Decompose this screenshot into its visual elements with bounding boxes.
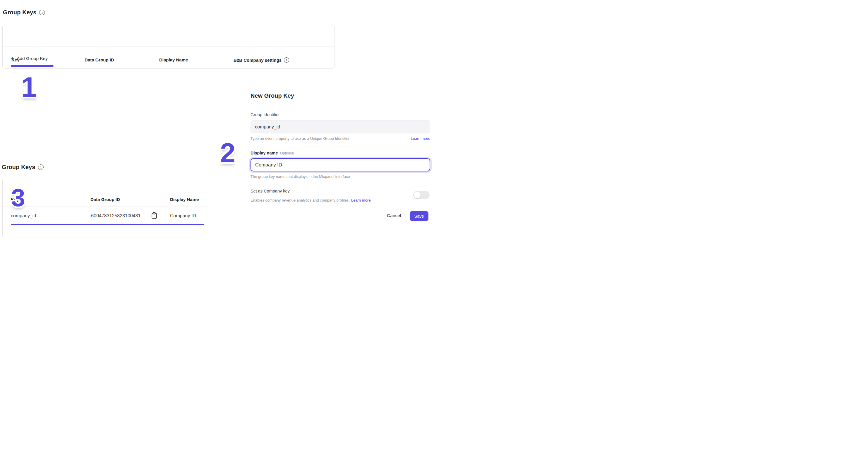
step-annotation-2: 2 2 [220, 139, 235, 167]
group-keys-heading-top: Group Keys i [3, 9, 45, 16]
info-icon[interactable]: i [284, 57, 289, 63]
display-name-label-text: Display name [250, 151, 278, 155]
row-divider [3, 228, 209, 228]
info-icon[interactable]: i [38, 164, 43, 170]
step-annotation-3: 3 3 [11, 185, 25, 210]
column-header-display-name: Display Name [170, 197, 199, 202]
info-icon[interactable]: i [39, 10, 45, 15]
group-keys-heading-label: Group Keys [2, 164, 35, 170]
group-keys-settings-page: Group Keys i Key Data Group ID Display N… [0, 0, 434, 236]
table-header-divider [3, 46, 334, 46]
company-key-helper-text: Enables company revenue analytics and co… [250, 198, 350, 202]
column-header-data-group-id: Data Group ID [85, 57, 114, 62]
display-name-label: Display nameOptional [250, 151, 294, 155]
toggle-knob [414, 192, 421, 198]
group-keys-heading-label: Group Keys [3, 9, 36, 16]
cancel-button[interactable]: Cancel [387, 213, 401, 218]
display-name-optional-text: Optional [280, 151, 294, 155]
table-header-divider [3, 207, 209, 207]
display-name-helper-text: The group key name that displays in the … [250, 175, 350, 179]
column-header-b2b-settings: B2B Company settings i [234, 57, 289, 63]
plus-icon: + [11, 56, 14, 61]
learn-more-link[interactable]: Learn more [411, 136, 430, 141]
company-key-toggle[interactable] [413, 191, 430, 199]
row-highlight-underline [11, 224, 204, 225]
b2b-settings-label: B2B Company settings [234, 58, 282, 63]
row-key-cell: company_id [11, 213, 36, 219]
group-identifier-helper-text: Type an event property to use as a Uniqu… [250, 136, 349, 141]
add-group-key-button[interactable]: + Add Group Key [11, 56, 48, 61]
copy-icon[interactable] [151, 212, 157, 219]
group-identifier-label: Group Identifier [250, 112, 280, 117]
column-header-data-group-id: Data Group ID [90, 197, 120, 202]
group-keys-table-empty: Key Data Group ID Display Name B2B Compa… [2, 24, 335, 69]
add-group-key-highlight-underline [11, 65, 54, 67]
group-keys-table-filled: Key Data Group ID Display Name company_i… [2, 178, 209, 236]
display-name-input[interactable] [250, 158, 430, 171]
display-name-helper-row: The group key name that displays in the … [250, 175, 430, 179]
column-header-display-name: Display Name [159, 57, 188, 62]
row-display-name-cell: Company ID [170, 213, 196, 219]
new-group-key-title: New Group Key [250, 92, 294, 99]
set-company-key-label: Set as Company key [250, 189, 290, 193]
add-group-key-label: Add Group Key [17, 56, 48, 61]
save-button[interactable]: Save [410, 211, 428, 221]
group-identifier-helper-row: Type an event property to use as a Uniqu… [250, 136, 430, 141]
company-key-helper-row: Enables company revenue analytics and co… [250, 198, 432, 202]
learn-more-link[interactable]: Learn more [351, 198, 371, 202]
step-annotation-1: 1 1 [21, 73, 37, 101]
group-keys-heading-bottom: Group Keys i [2, 164, 43, 170]
group-identifier-input[interactable] [250, 120, 430, 133]
row-data-group-id-cell: -6004783125823100431 [90, 213, 141, 219]
